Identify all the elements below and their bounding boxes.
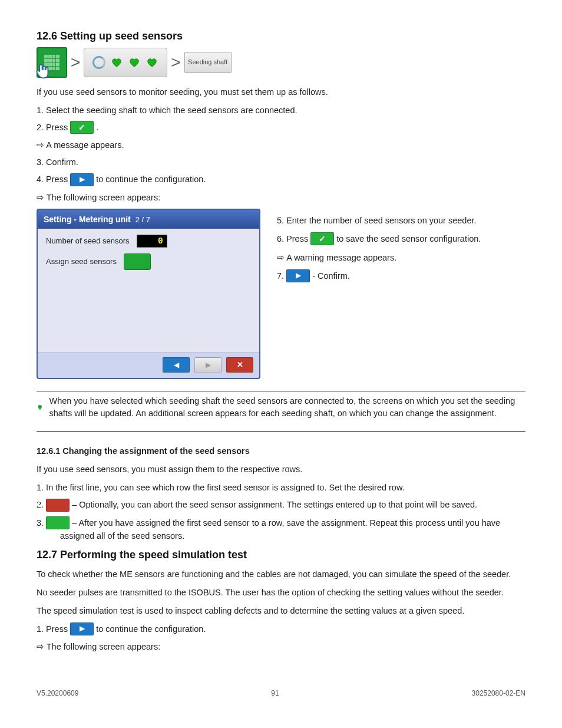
assign-intro: If you use seed sensors, you must assign… xyxy=(37,463,525,476)
lightbulb-icon xyxy=(37,404,43,411)
row-assign: Assign seed sensors xyxy=(46,253,251,270)
step-7a: 7. xyxy=(277,271,286,281)
dialog-prev-button[interactable] xyxy=(163,357,190,373)
dialog-close-button[interactable] xyxy=(226,357,253,373)
step-2: 2. Press . xyxy=(37,121,525,134)
step-6a: 6. Press xyxy=(277,234,310,243)
footer-left: V5.20200609 xyxy=(37,689,78,699)
assign-step-2b: – Optionally, you can abort the seed sen… xyxy=(72,500,477,509)
tip-row: When you have selected which seeding sha… xyxy=(37,395,525,420)
dialog-title: Setting - Metering unit 2 / 7 xyxy=(38,210,259,229)
assign-step-1: 1. In the first line, you can see which … xyxy=(37,482,525,494)
heading-speed-test: 12.7 Performing the speed simulation tes… xyxy=(37,547,525,562)
pointer-hand-icon xyxy=(33,61,53,81)
speed-step-1a: 1. Press xyxy=(37,624,70,634)
dialog-page-num: 2 / 7 xyxy=(135,215,150,224)
footer-center: 91 xyxy=(271,689,279,699)
cancel-button[interactable] xyxy=(46,499,70,512)
step-2-result: ⇨ A message appears. xyxy=(37,139,525,151)
step-2b: . xyxy=(96,123,98,132)
chevron-right-icon: > xyxy=(170,51,181,75)
confirm-button[interactable] xyxy=(70,121,94,134)
dialog-next-disabled xyxy=(194,357,222,373)
dialog-title-text: Setting - Metering unit xyxy=(44,215,131,224)
step-4b: to continue the configuration. xyxy=(96,174,206,184)
subheading-assign: 12.6.1 Changing the assignment of the se… xyxy=(37,445,525,457)
heart-icon xyxy=(128,56,141,69)
divider xyxy=(37,431,525,432)
breadcrumb: > > Seeding shaft xyxy=(37,47,525,78)
step-4: 4. Press to continue the configuration. xyxy=(37,173,525,186)
intro-text: If you use seed sensors to monitor seedi… xyxy=(37,86,525,98)
speed-note-a: No seeder pulses are transmitted to the … xyxy=(37,587,525,599)
assign-button[interactable] xyxy=(124,253,151,270)
next-button[interactable] xyxy=(70,173,94,186)
label-assign: Assign seed sensors xyxy=(46,256,117,268)
confirm-button[interactable] xyxy=(46,516,70,529)
step-5: 5. Enter the number of seed sensors on y… xyxy=(277,215,525,227)
step-6b: to save the seed sensor configuration. xyxy=(336,234,481,243)
disk-icon xyxy=(92,56,105,69)
page-heading: 12.6 Setting up seed sensors xyxy=(37,28,525,44)
row-num-sensors: Number of seed sensors 0 xyxy=(46,235,251,248)
step-7b: - Confirm. xyxy=(312,271,350,281)
page-footer: V5.20200609 91 30252080-02-EN xyxy=(37,689,525,699)
settings-dialog: Setting - Metering unit 2 / 7 Number of … xyxy=(37,209,260,380)
tip-text: When you have selected which seeding sha… xyxy=(49,395,525,420)
assign-step-2: 2. – Optionally, you can abort the seed … xyxy=(37,499,525,512)
next-button[interactable] xyxy=(286,269,310,282)
dialog-footer xyxy=(38,353,259,378)
speed-intro: To check whether the ME sensors are func… xyxy=(37,568,525,581)
step-6: 6. Press to save the seed sensor configu… xyxy=(277,233,525,246)
seeding-shaft-button[interactable]: Seeding shaft xyxy=(184,52,232,73)
step-6-result: ⇨ A warning message appears. xyxy=(277,252,525,264)
footer-right: 30252080-02-EN xyxy=(472,689,525,699)
chevron-right-icon: > xyxy=(70,51,81,75)
step-4a: 4. Press xyxy=(37,174,70,184)
speed-step-1: 1. Press to continue the configuration. xyxy=(37,623,525,636)
step-2a: 2. Press xyxy=(37,123,70,132)
assign-step-3b: – After you have assigned the first seed… xyxy=(60,518,500,541)
heart-icon xyxy=(146,56,158,69)
step-7: 7. - Confirm. xyxy=(277,270,525,283)
confirm-button[interactable] xyxy=(310,232,334,245)
speed-note-b: The speed simulation test is used to ins… xyxy=(37,605,525,617)
step-4-result: ⇨ The following screen appears: xyxy=(37,192,525,204)
label-num-sensors: Number of seed sensors xyxy=(46,236,130,247)
ports-panel-icon xyxy=(84,48,167,77)
next-button[interactable] xyxy=(70,622,94,635)
hand-menu-icon xyxy=(37,47,67,78)
speed-step-1-result: ⇨ The following screen appears: xyxy=(37,641,525,653)
speed-step-1b: to continue the configuration. xyxy=(96,624,206,634)
divider xyxy=(37,391,525,391)
step-3: 3. Confirm. xyxy=(37,156,525,169)
assign-step-3: 3. – After you have assigned the first s… xyxy=(37,517,525,542)
heart-icon xyxy=(110,56,123,69)
sensor-count-field[interactable]: 0 xyxy=(137,235,167,248)
step-1: 1. Select the seeding shaft to which the… xyxy=(37,104,525,117)
